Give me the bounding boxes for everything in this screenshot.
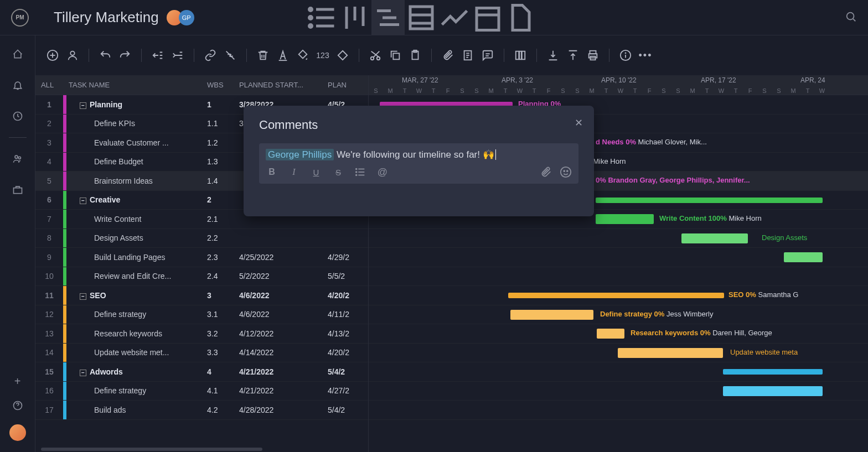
strike-icon[interactable]: S bbox=[332, 166, 344, 178]
task-row[interactable]: 17 Build ads 4.2 4/28/2022 5/4/2 bbox=[35, 401, 368, 420]
task-name-cell[interactable]: Build ads bbox=[66, 406, 207, 414]
col-wbs-header[interactable]: WBS bbox=[207, 81, 239, 89]
gantt-bar[interactable] bbox=[510, 310, 593, 320]
scroll-thumb[interactable] bbox=[41, 448, 262, 451]
link-icon[interactable] bbox=[204, 49, 216, 61]
task-name-cell[interactable]: −SEO bbox=[66, 291, 207, 300]
sheet-view-tab[interactable] bbox=[405, 0, 438, 35]
gantt-bar[interactable] bbox=[784, 252, 823, 262]
text-color-icon[interactable] bbox=[277, 49, 289, 61]
comment-input[interactable]: George Phillips We're following our time… bbox=[259, 143, 578, 184]
people-icon[interactable] bbox=[12, 153, 23, 164]
collapse-icon[interactable]: − bbox=[80, 370, 86, 376]
app-logo[interactable]: PM bbox=[11, 9, 29, 27]
more-icon[interactable]: ••• bbox=[639, 49, 652, 61]
col-name-header[interactable]: TASK NAME bbox=[63, 81, 207, 89]
trash-icon[interactable] bbox=[257, 49, 269, 61]
gantt-view-tab[interactable] bbox=[371, 0, 405, 35]
mention-tag[interactable]: George Phillips bbox=[266, 149, 334, 160]
task-name-cell[interactable]: Define strategy bbox=[66, 386, 207, 395]
task-name-cell[interactable]: Design Assets bbox=[66, 233, 207, 242]
italic-icon[interactable]: I bbox=[288, 166, 300, 178]
gantt-bar[interactable] bbox=[596, 198, 823, 203]
list-view-tab[interactable] bbox=[305, 0, 338, 35]
copy-icon[interactable] bbox=[389, 49, 401, 61]
collapse-icon[interactable]: − bbox=[80, 198, 86, 204]
diamond-icon[interactable] bbox=[337, 49, 349, 61]
gantt-bar[interactable] bbox=[508, 293, 724, 298]
task-name-cell[interactable]: −Creative bbox=[66, 195, 207, 204]
board-view-tab[interactable] bbox=[338, 0, 371, 35]
indent-icon[interactable] bbox=[172, 49, 184, 61]
help-icon[interactable] bbox=[12, 400, 23, 411]
columns-icon[interactable] bbox=[514, 49, 526, 61]
task-row[interactable]: 8 Design Assets 2.2 bbox=[35, 229, 368, 248]
gantt-row[interactable]: Research keywords 0% Daren Hill, George bbox=[369, 324, 868, 344]
gantt-bar[interactable] bbox=[723, 369, 823, 375]
bold-icon[interactable]: B bbox=[266, 166, 278, 178]
assign-icon[interactable] bbox=[66, 49, 79, 61]
task-name-cell[interactable]: −Adwords bbox=[66, 367, 207, 376]
export-icon[interactable] bbox=[567, 49, 579, 61]
file-view-tab[interactable] bbox=[504, 0, 538, 35]
mention-icon[interactable]: @ bbox=[376, 166, 389, 178]
col-all-header[interactable]: ALL bbox=[35, 81, 63, 89]
chart-view-tab[interactable] bbox=[438, 0, 471, 35]
attach-icon[interactable] bbox=[442, 49, 454, 61]
task-name-cell[interactable]: Review and Edit Cre... bbox=[66, 272, 207, 280]
info-icon[interactable] bbox=[619, 49, 632, 61]
task-row[interactable]: 16 Define strategy 4.1 4/21/2022 4/27/2 bbox=[35, 382, 368, 401]
task-name-cell[interactable]: Research keywords bbox=[66, 329, 207, 338]
attachment-icon[interactable] bbox=[540, 166, 552, 178]
task-name-cell[interactable]: Brainstorm Ideas bbox=[66, 176, 207, 185]
calendar-view-tab[interactable] bbox=[471, 0, 504, 35]
plus-icon[interactable]: + bbox=[12, 376, 23, 387]
avatar-stack[interactable]: GP bbox=[170, 10, 194, 25]
col-start-header[interactable]: PLANNED START... bbox=[239, 81, 328, 89]
gantt-row[interactable] bbox=[369, 248, 868, 267]
close-icon[interactable]: ✕ bbox=[575, 117, 583, 129]
home-icon[interactable] bbox=[12, 49, 23, 60]
underline-icon[interactable]: U bbox=[310, 166, 322, 178]
gantt-row[interactable]: Design Assets bbox=[369, 229, 868, 248]
gantt-row[interactable] bbox=[369, 362, 868, 382]
undo-icon[interactable] bbox=[99, 49, 111, 61]
outdent-icon[interactable] bbox=[152, 49, 164, 61]
gantt-row[interactable]: Update website meta bbox=[369, 344, 868, 363]
number-icon[interactable]: 123 bbox=[317, 49, 329, 61]
task-name-cell[interactable]: Update website met... bbox=[66, 348, 207, 357]
emoji-icon[interactable] bbox=[560, 166, 572, 178]
briefcase-icon[interactable] bbox=[12, 184, 23, 195]
task-name-cell[interactable]: Evaluate Customer ... bbox=[66, 138, 207, 147]
horizontal-scrollbar[interactable] bbox=[35, 446, 868, 452]
comment-icon[interactable] bbox=[482, 49, 494, 61]
task-name-cell[interactable]: Write Content bbox=[66, 215, 207, 224]
gantt-row[interactable] bbox=[369, 401, 868, 420]
list-icon[interactable] bbox=[354, 166, 366, 178]
redo-icon[interactable] bbox=[119, 49, 131, 61]
task-row[interactable]: 11 −SEO 3 4/6/2022 4/20/2 bbox=[35, 286, 368, 305]
gantt-bar[interactable] bbox=[723, 386, 823, 396]
task-name-cell[interactable]: Define KPIs bbox=[66, 119, 207, 128]
add-button[interactable] bbox=[46, 49, 59, 61]
fill-icon[interactable] bbox=[297, 49, 309, 61]
gantt-bar[interactable] bbox=[597, 329, 624, 339]
task-row[interactable]: 10 Review and Edit Cre... 2.4 5/2/2022 5… bbox=[35, 267, 368, 287]
user-avatar-bottom[interactable] bbox=[9, 424, 26, 441]
search-icon[interactable] bbox=[845, 11, 857, 25]
avatar-gp[interactable]: GP bbox=[179, 10, 194, 25]
task-name-cell[interactable]: −Planning bbox=[66, 100, 207, 109]
note-icon[interactable] bbox=[462, 49, 474, 61]
gantt-row[interactable] bbox=[369, 382, 868, 401]
clock-icon[interactable] bbox=[12, 111, 23, 122]
print-icon[interactable] bbox=[587, 49, 599, 61]
gantt-bar[interactable] bbox=[596, 214, 654, 224]
comment-text[interactable]: George Phillips We're following our time… bbox=[266, 149, 572, 160]
gantt-bar[interactable] bbox=[618, 348, 723, 358]
cut-icon[interactable] bbox=[369, 49, 381, 61]
task-name-cell[interactable]: Define strategy bbox=[66, 310, 207, 319]
gantt-row[interactable]: Define strategy 0% Jess Wimberly bbox=[369, 305, 868, 325]
col-end-header[interactable]: PLAN bbox=[328, 81, 368, 89]
gantt-row[interactable]: SEO 0% Samantha G bbox=[369, 286, 868, 305]
import-icon[interactable] bbox=[547, 49, 559, 61]
